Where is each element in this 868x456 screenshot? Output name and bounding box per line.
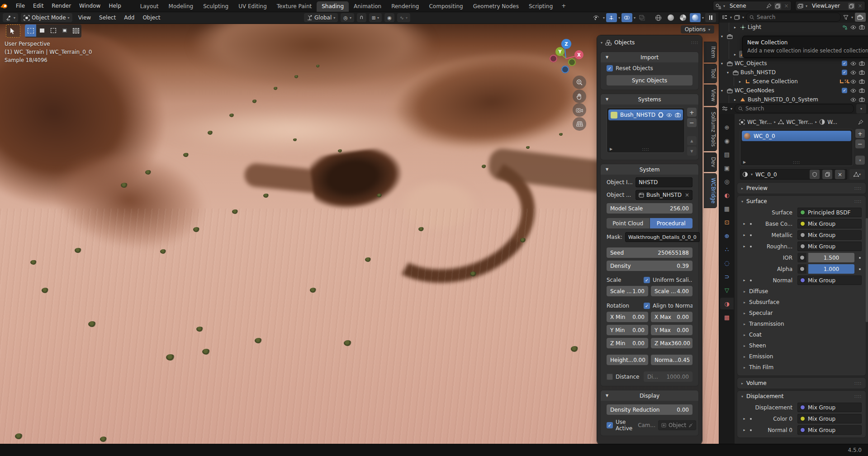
shading-solid-button[interactable] <box>665 13 676 22</box>
shader-input-row[interactable]: ▸MetallicMix Group <box>737 229 866 241</box>
menu-window[interactable]: Window <box>75 2 104 10</box>
viewport-menu-select[interactable]: Select <box>95 14 120 21</box>
system-header[interactable]: ▼System <box>601 164 698 175</box>
clear-object-icon[interactable]: × <box>685 192 689 198</box>
breadcrumb-material[interactable]: W... <box>827 119 837 125</box>
camera-render-icon[interactable] <box>858 69 865 76</box>
navigation-gizmo[interactable]: Z Y X <box>544 35 589 78</box>
systems-list[interactable]: Bush_NHSTD ▶ :::: <box>607 108 685 153</box>
eyedropper-icon[interactable] <box>688 423 693 428</box>
workspace-tab-modeling[interactable]: Modeling <box>164 1 199 12</box>
scale-min-slider[interactable]: Scale ...1.00 <box>607 286 648 296</box>
point-cloud-button[interactable]: Point Cloud <box>607 218 650 228</box>
inst5-icon[interactable]: 5 <box>841 78 848 85</box>
hide-eye-icon[interactable] <box>849 96 857 103</box>
world-tab-icon[interactable]: ◐ <box>720 189 734 201</box>
check-icon[interactable]: ✓ <box>841 87 848 94</box>
filter-funnel-icon[interactable] <box>843 14 849 21</box>
distance-slider[interactable]: Di...1000.00 <box>644 371 693 382</box>
shading-rendered-button[interactable] <box>690 13 701 22</box>
shading-material-button[interactable] <box>678 13 688 22</box>
axis-x-neg[interactable] <box>550 55 557 62</box>
outliner-row[interactable]: ▾WC_GeoNodes✓ <box>719 86 868 95</box>
add-system-button[interactable]: + <box>687 108 697 117</box>
camera-render-icon[interactable] <box>858 96 865 103</box>
shader-input-row[interactable]: IOR1.500 <box>737 252 866 263</box>
shader-input-row[interactable]: ▸NormalMix Group <box>737 275 866 286</box>
eye-icon[interactable] <box>666 113 672 117</box>
properties-options-chevron[interactable]: ▾ <box>856 104 866 114</box>
menu-file[interactable]: File <box>12 2 29 10</box>
pin-icon[interactable] <box>857 119 864 125</box>
align-to-normal-checkbox[interactable]: ✓ <box>644 303 650 309</box>
output-tab-icon[interactable]: ▤ <box>720 148 734 160</box>
workspace-tab-texture-paint[interactable]: Texture Paint <box>272 1 317 12</box>
check-icon[interactable]: ✓ <box>841 69 848 76</box>
orientation-dropdown[interactable]: Global▾ <box>304 13 338 22</box>
view-layer-selector[interactable]: ▾ ViewLayer × <box>795 1 865 11</box>
proportional-falloff-dropdown[interactable]: ∿▾ <box>397 13 410 22</box>
x-max-slider[interactable]: X Max0.00 <box>651 312 693 322</box>
material-slot-list[interactable]: WC_0_0 ▶ :::: <box>740 129 853 166</box>
scene-tab-icon[interactable]: ◎ <box>720 176 734 187</box>
workspace-tab-uv-editing[interactable]: UV Editing <box>233 1 272 12</box>
procedural-button[interactable]: Procedural <box>650 218 693 228</box>
workspace-tab-shading[interactable]: Shading <box>317 1 349 12</box>
sidebar-tab-item[interactable]: Item <box>704 42 717 62</box>
subpanel-thin-film[interactable]: ▸Thin Film <box>737 362 866 373</box>
scene-selector[interactable]: ▾ Scene × <box>713 1 792 11</box>
show-object-types-dropdown[interactable] <box>591 13 602 22</box>
material-name-field[interactable]: ▾ WC_0_0 × <box>740 169 847 180</box>
copy-material-icon[interactable] <box>822 170 832 179</box>
x-min-slider[interactable]: X Min0.00 <box>607 312 648 322</box>
list-resize-handle[interactable]: :::: <box>740 160 853 165</box>
sidebar-tab-tool[interactable]: Tool <box>704 64 717 83</box>
workspace-tab-compositing[interactable]: Compositing <box>424 1 468 12</box>
drag-handle[interactable]: :::: <box>691 40 698 45</box>
shading-wireframe-button[interactable] <box>653 13 664 22</box>
viewport-menu-add[interactable]: Add <box>120 14 138 21</box>
subpanel-coat[interactable]: ▸Coat <box>737 329 866 340</box>
y-min-slider[interactable]: Y Min0.00 <box>607 325 648 335</box>
properties-search-input[interactable]: Search <box>735 104 854 113</box>
shader-input-row[interactable]: DisplacementMix Group <box>737 402 866 413</box>
camera-object-field[interactable]: Object <box>658 420 696 430</box>
properties-editor-chevron[interactable]: ▾ <box>730 107 732 111</box>
density-reduction-slider[interactable]: Density Reduction0.00 <box>607 404 693 415</box>
nodes-icon[interactable] <box>841 24 848 31</box>
select-invert-button[interactable] <box>59 24 70 37</box>
shader-input-row[interactable]: ▸Roughn...Mix Group <box>737 241 866 252</box>
select-set-button[interactable] <box>25 24 36 37</box>
new-collection-button[interactable] <box>855 13 866 22</box>
viewport-menu-object[interactable]: Object <box>138 14 164 21</box>
material-filter-dropdown[interactable]: ▾ <box>849 169 865 180</box>
select-extend-button[interactable] <box>36 24 47 37</box>
import-header[interactable]: ▼Import <box>601 52 698 62</box>
pivot-dropdown[interactable]: ◎▾ <box>341 13 354 22</box>
pin-icon[interactable] <box>766 3 773 10</box>
scale-max-slider[interactable]: Scale ...4.00 <box>651 286 693 296</box>
axis-z[interactable]: Z <box>561 39 571 49</box>
material-slot-item[interactable]: WC_0_0 <box>742 131 851 141</box>
shader-input-row[interactable]: SurfacePrincipled BSDF <box>737 207 866 218</box>
subpanel-emission[interactable]: ▸Emission <box>737 351 866 362</box>
snap-dropdown[interactable]: ⊞▾ <box>369 13 382 22</box>
move-down-button[interactable]: ▼ <box>687 147 697 156</box>
subpanel-diffuse[interactable]: ▸Diffuse <box>737 286 866 297</box>
check-icon[interactable]: ✓ <box>841 60 848 67</box>
reset-objects-checkbox[interactable]: ✓ <box>607 65 613 71</box>
hide-eye-icon[interactable] <box>849 87 857 94</box>
z-max-slider[interactable]: Z Max360.00 <box>651 338 693 348</box>
display-mode-dropdown[interactable] <box>721 14 728 21</box>
xray-toggle[interactable] <box>637 13 648 22</box>
outliner-row[interactable]: ▸Scene Collection5 <box>719 77 868 86</box>
fake-user-shield-icon[interactable] <box>810 170 820 179</box>
view-layer-tab-icon[interactable]: ▣ <box>720 162 734 174</box>
y-max-slider[interactable]: Y Max0.00 <box>651 325 693 335</box>
filter-id-chevron[interactable]: ▾ <box>742 15 744 19</box>
pause-render-button[interactable] <box>705 13 716 22</box>
workspace-tab-layout[interactable]: Layout <box>135 1 164 12</box>
shader-input-row[interactable]: ▸Color 0Mix Group <box>737 413 866 424</box>
constraints-tab-icon[interactable]: ⊃ <box>720 271 734 282</box>
add-workspace-button[interactable]: + <box>558 2 569 10</box>
